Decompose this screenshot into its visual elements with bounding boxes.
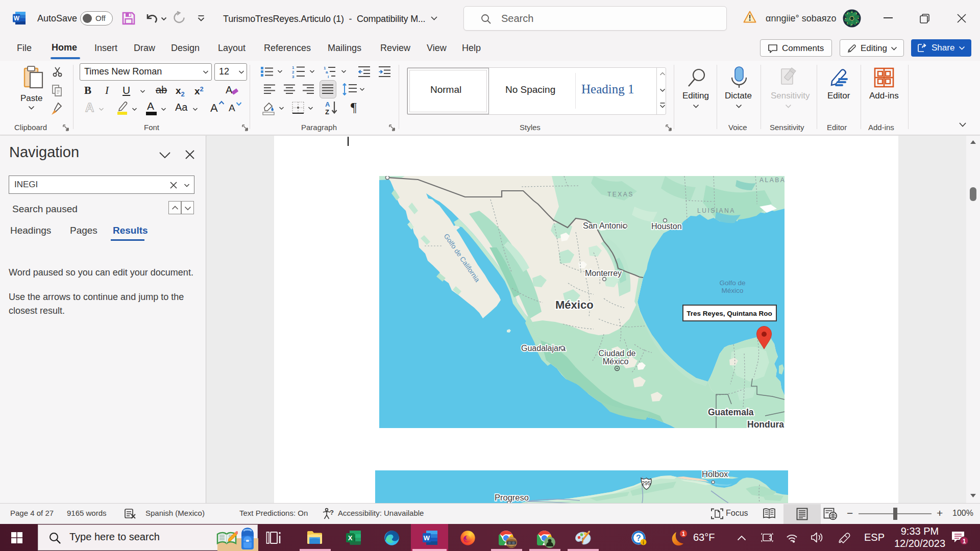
svg-text:LUISIANA: LUISIANA [697,207,736,214]
svg-text:San Antonio: San Antonio [583,221,627,230]
svg-text:A: A [85,102,94,114]
svg-text:1: 1 [682,531,685,537]
svg-text:ALABAMA: ALABAMA [760,177,785,184]
svg-text:Golfo de: Golfo de [719,279,745,287]
svg-text:W: W [424,534,430,542]
svg-text:Ciudad de: Ciudad de [599,349,636,358]
svg-text:a: a [326,70,328,74]
svg-text:2: 2 [292,70,295,74]
svg-text:Monterrey: Monterrey [585,269,622,278]
svg-text:Guatemala: Guatemala [708,407,754,417]
svg-text:México: México [722,287,744,294]
svg-text:1: 1 [292,65,295,70]
svg-text:X: X [348,534,353,542]
svg-text:México: México [555,298,594,311]
svg-text:A: A [325,101,330,108]
svg-text:Guadalajara: Guadalajara [521,344,566,353]
svg-text:3: 3 [292,74,295,78]
svg-text:i: i [328,74,329,78]
svg-text:México: México [603,357,629,366]
svg-text:A: A [226,84,233,95]
svg-text:Z: Z [325,108,329,115]
svg-text:Holbox: Holbox [702,470,728,479]
svg-text:TEXAS: TEXAS [607,191,634,198]
svg-text:1: 1 [963,538,966,545]
svg-text:?: ? [330,509,334,516]
svg-text:Hondura: Hondura [747,419,784,428]
svg-text:295: 295 [642,480,651,486]
svg-text:?: ? [636,534,641,542]
svg-text:Tres Reyes, Quintana Roo: Tres Reyes, Quintana Roo [687,310,772,317]
svg-text:i: i [643,540,644,545]
svg-text:Houston: Houston [651,222,682,231]
svg-text:W: W [14,15,20,22]
svg-text:Progreso: Progreso [495,493,529,502]
